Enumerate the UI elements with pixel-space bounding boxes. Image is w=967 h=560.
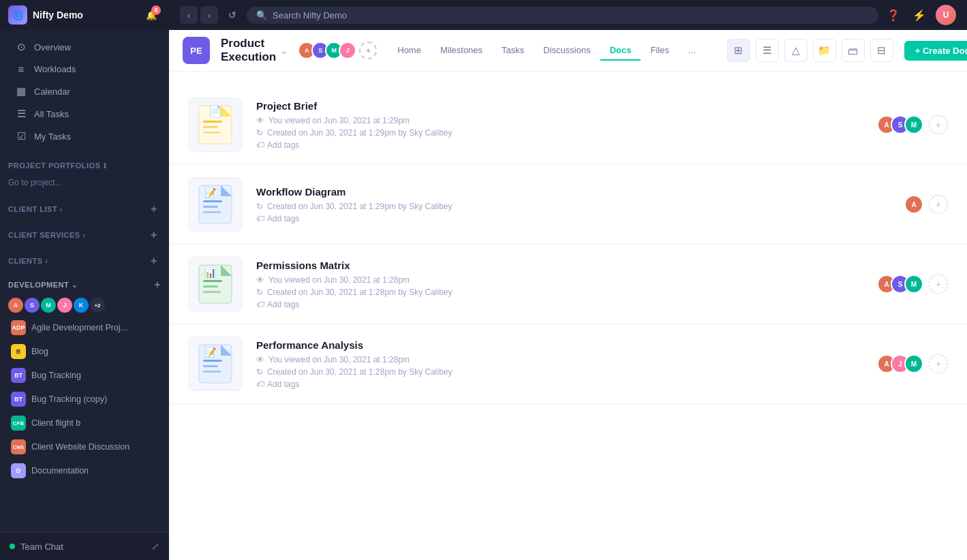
doc-member-avatars: A bbox=[904, 195, 923, 214]
top-bar-actions: ❓ ⚡ U bbox=[884, 5, 956, 25]
project-item-client-website[interactable]: CWS Client Website Discussion bbox=[3, 435, 166, 458]
doc-info-permissions-matrix: Permissions Matrix 👁 You viewed on Jun 3… bbox=[256, 260, 863, 309]
section-development[interactable]: DEVELOPMENT ⌄ + bbox=[0, 275, 169, 295]
doc-add-member-button[interactable]: + bbox=[929, 275, 948, 294]
add-tags-button[interactable]: 🏷 Add tags bbox=[256, 140, 863, 150]
doc-title: Project Brief bbox=[256, 100, 863, 112]
add-client-services-button[interactable]: + bbox=[147, 228, 161, 242]
project-label: Documentation bbox=[31, 466, 89, 476]
list-view-button[interactable]: ☰ bbox=[756, 39, 779, 62]
help-button[interactable]: ❓ bbox=[884, 5, 903, 25]
doc-member-avatar: M bbox=[904, 275, 923, 294]
doc-row-permissions-matrix[interactable]: 📊 Permissions Matrix 👁 You viewed on Jun… bbox=[169, 245, 967, 324]
tab-files[interactable]: Files bbox=[641, 41, 678, 61]
search-project-input[interactable] bbox=[8, 176, 161, 189]
drive-button[interactable]: △ bbox=[784, 39, 808, 62]
doc-row-workflow-diagram[interactable]: 📝 Workflow Diagram ↻ Created on Jun 30, … bbox=[169, 165, 967, 245]
doc-row-performance-analysis[interactable]: 📝 Performance Analysis 👁 You viewed on J… bbox=[169, 324, 967, 404]
doc-add-member-button[interactable]: + bbox=[929, 354, 948, 373]
doc-info-workflow-diagram: Workflow Diagram ↻ Created on Jun 30, 20… bbox=[256, 186, 891, 223]
sidebar-item-overview[interactable]: ⊙ Overview bbox=[4, 36, 165, 58]
tag-icon: 🏷 bbox=[256, 379, 264, 389]
tab-docs[interactable]: Docs bbox=[600, 41, 641, 61]
project-item-agile[interactable]: ADP Agile Development Proj... bbox=[3, 316, 166, 339]
project-title: Product Execution bbox=[221, 37, 276, 64]
project-dropdown-icon[interactable]: ⌄ bbox=[280, 45, 288, 56]
doc-thumbnail-project-brief: 📄 bbox=[188, 97, 243, 152]
svg-rect-15 bbox=[203, 285, 218, 287]
app-logo: 🌀 bbox=[8, 5, 27, 25]
archive-button[interactable]: 🗃 bbox=[842, 39, 865, 62]
add-tags-button[interactable]: 🏷 Add tags bbox=[256, 379, 863, 389]
add-tags-button[interactable]: 🏷 Add tags bbox=[256, 214, 891, 223]
sidebar-header: 🌀 Nifty Demo 🔔 8 bbox=[0, 0, 169, 30]
doc-icon-yellow: 📄 bbox=[198, 104, 233, 145]
user-avatar[interactable]: U bbox=[936, 5, 956, 25]
add-tags-button[interactable]: 🏷 Add tags bbox=[256, 300, 863, 309]
forward-button[interactable]: › bbox=[200, 6, 218, 24]
doc-created-text: Created on Jun 30, 2021 at 1:29pm by Sky… bbox=[267, 202, 452, 211]
grid-view-button[interactable]: ⊞ bbox=[727, 39, 750, 62]
doc-add-member-button[interactable]: + bbox=[929, 115, 948, 134]
refresh-icon: ↻ bbox=[256, 202, 263, 211]
add-client-list-button[interactable]: + bbox=[147, 202, 161, 216]
section-client-services[interactable]: CLIENT SERVICES › + bbox=[0, 224, 169, 246]
create-document-button[interactable]: + Create Document bbox=[904, 41, 967, 61]
add-clients-button[interactable]: + bbox=[147, 254, 161, 268]
project-tools: ⊞ ☰ △ 📁 🗃 ⊟ + Create Document bbox=[727, 39, 967, 62]
sidebar-item-my-tasks[interactable]: ☑ My Tasks bbox=[4, 125, 165, 147]
tab-more[interactable]: ... bbox=[679, 41, 705, 61]
notifications-button[interactable]: 🔔 8 bbox=[142, 5, 161, 25]
team-chat-bar[interactable]: Team Chat ⤢ bbox=[0, 532, 169, 560]
sidebar-item-label: Overview bbox=[34, 42, 71, 52]
doc-info-project-brief: Project Brief 👁 You viewed on Jun 30, 20… bbox=[256, 100, 863, 150]
doc-viewed-text: You viewed on Jun 30, 2021 at 1:28pm bbox=[268, 355, 410, 364]
doc-viewed-meta: 👁 You viewed on Jun 30, 2021 at 1:28pm bbox=[256, 275, 863, 285]
logo-icon: 🌀 bbox=[12, 10, 24, 20]
history-button[interactable]: ↺ bbox=[224, 6, 241, 24]
doc-created-meta: ↻ Created on Jun 30, 2021 at 1:29pm by S… bbox=[256, 128, 863, 138]
back-button[interactable]: ‹ bbox=[180, 6, 198, 24]
doc-add-member-button[interactable]: + bbox=[929, 195, 948, 214]
add-member-button[interactable]: + bbox=[359, 42, 377, 59]
add-tags-label: Add tags bbox=[267, 214, 299, 223]
sidebar-item-label: Calendar bbox=[34, 87, 70, 97]
doc-title: Workflow Diagram bbox=[256, 186, 891, 198]
project-item-client-flight[interactable]: CFB Client flight b bbox=[3, 411, 166, 435]
lightning-button[interactable]: ⚡ bbox=[910, 5, 929, 25]
doc-title: Permissions Matrix bbox=[256, 260, 863, 271]
add-tags-label: Add tags bbox=[267, 140, 299, 150]
doc-row-project-brief[interactable]: 📄 Project Brief 👁 You viewed on Jun 30, … bbox=[169, 85, 967, 165]
tab-milestones[interactable]: Milestones bbox=[431, 41, 492, 61]
sidebar-item-calendar[interactable]: ▦ Calendar bbox=[4, 80, 165, 102]
avatar: S bbox=[25, 298, 40, 313]
section-project-portfolios[interactable]: PROJECT PORTFOLIOS ℹ bbox=[0, 157, 169, 174]
search-bar[interactable]: 🔍 Search Nifty Demo bbox=[247, 7, 878, 24]
member-avatar: J bbox=[339, 42, 356, 59]
section-client-list[interactable]: CLIENT LIST › + bbox=[0, 198, 169, 220]
doc-viewed-meta: 👁 You viewed on Jun 30, 2021 at 1:29pm bbox=[256, 116, 863, 125]
project-member-avatars: A S M J + bbox=[298, 42, 377, 59]
doc-thumbnail-performance-analysis: 📝 bbox=[188, 337, 243, 391]
svg-rect-22 bbox=[203, 371, 221, 373]
filter-button[interactable]: ⊟ bbox=[870, 39, 893, 62]
section-clients[interactable]: CLIENTS › + bbox=[0, 250, 169, 272]
search-icon: 🔍 bbox=[256, 10, 267, 20]
folder-button[interactable]: 📁 bbox=[813, 39, 836, 62]
expand-icon[interactable]: ⤢ bbox=[151, 541, 159, 552]
tab-home[interactable]: Home bbox=[388, 41, 431, 61]
overview-icon: ⊙ bbox=[15, 41, 27, 53]
project-item-documentation[interactable]: D Documentation bbox=[3, 459, 166, 482]
sidebar-item-all-tasks[interactable]: ☰ All Tasks bbox=[4, 103, 165, 125]
project-item-blog[interactable]: B Blog bbox=[3, 340, 166, 363]
sidebar-item-workloads[interactable]: ≡ Workloads bbox=[4, 59, 165, 80]
tab-discussions[interactable]: Discussions bbox=[534, 41, 600, 61]
tag-icon: 🏷 bbox=[256, 214, 264, 223]
team-chat-label: Team Chat bbox=[20, 542, 146, 552]
add-development-button[interactable]: + bbox=[154, 279, 161, 291]
project-item-bug-tracking-copy[interactable]: BT Bug Tracking (copy) bbox=[3, 388, 166, 411]
project-item-bug-tracking[interactable]: BT Bug Tracking bbox=[3, 364, 166, 387]
project-label: Agile Development Proj... bbox=[31, 323, 127, 332]
development-avatars: A S M J K +2 bbox=[0, 295, 169, 315]
tab-tasks[interactable]: Tasks bbox=[492, 41, 534, 61]
